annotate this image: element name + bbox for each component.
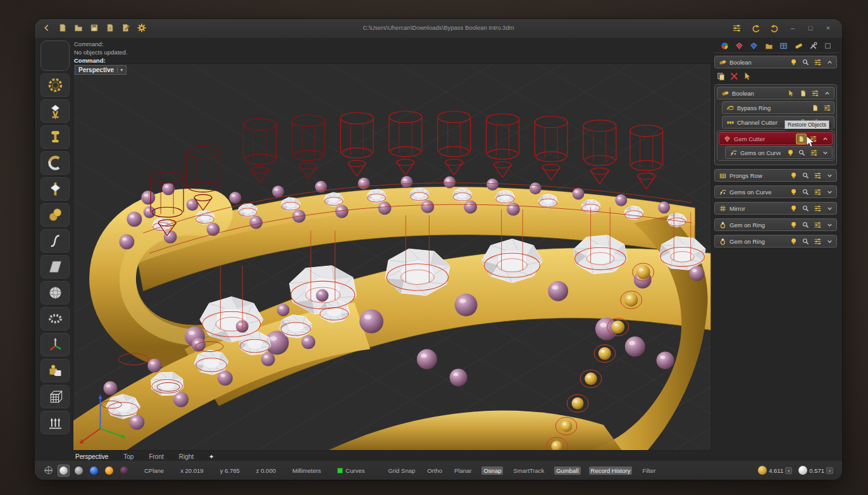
panel-tab-gem-red-icon[interactable] bbox=[734, 41, 744, 51]
chevron-down-icon[interactable] bbox=[825, 204, 834, 213]
toggle-grid-snap[interactable]: Grid Snap bbox=[386, 467, 417, 475]
panel-tab-shank-icon[interactable] bbox=[793, 41, 803, 51]
tool-boolean-puzzle-button[interactable] bbox=[40, 359, 70, 382]
layer-chip[interactable]: Curves bbox=[337, 467, 364, 474]
panel-tab-display-sphere-icon[interactable] bbox=[719, 41, 729, 51]
empty-toolbar-slot[interactable] bbox=[40, 41, 70, 71]
tree-row-gems-on-curve[interactable]: Gems on Curve bbox=[725, 146, 833, 159]
tree-row-gem-on-ring[interactable]: Gem on Ring bbox=[714, 218, 837, 231]
gear-icon[interactable] bbox=[136, 22, 147, 34]
toggle-gumball[interactable]: Gumball bbox=[554, 467, 580, 475]
tool-signet-ring-button[interactable] bbox=[40, 125, 70, 149]
chevron-down-icon[interactable] bbox=[821, 148, 830, 158]
file-icon[interactable] bbox=[798, 89, 808, 98]
bulb-icon[interactable] bbox=[789, 220, 798, 230]
tool-sphere-button[interactable] bbox=[40, 281, 70, 304]
tree-row-boolean[interactable]: Boolean bbox=[714, 56, 837, 68]
minimize-button[interactable]: – bbox=[788, 24, 798, 32]
add-view-tab[interactable]: ✦ bbox=[209, 453, 214, 460]
crosshair-ball-icon[interactable] bbox=[42, 465, 54, 477]
chevron-up-icon[interactable] bbox=[822, 89, 832, 98]
view-tab-top[interactable]: Top bbox=[123, 453, 133, 460]
toggle-osnap[interactable]: Osnap bbox=[481, 467, 503, 475]
tree-row-mirror[interactable]: Mirror bbox=[714, 202, 837, 215]
view-tab-perspective[interactable]: Perspective bbox=[75, 453, 108, 460]
command-history[interactable]: Command: No objects updated. Command: bbox=[74, 40, 128, 65]
gray-ball-icon[interactable] bbox=[73, 465, 85, 477]
sliders-icon[interactable] bbox=[813, 204, 822, 213]
panel-tab-folder-icon[interactable] bbox=[764, 41, 774, 51]
close-button[interactable]: × bbox=[823, 24, 833, 32]
back-chevron-icon[interactable] bbox=[41, 22, 53, 34]
undo-icon[interactable] bbox=[750, 22, 761, 34]
sliders-icon[interactable] bbox=[810, 89, 820, 98]
tool-extrude-arrows-button[interactable] bbox=[40, 411, 70, 434]
tree-row-prongs-row[interactable]: Prongs Row bbox=[714, 169, 837, 182]
sliders-icon[interactable] bbox=[822, 103, 832, 113]
file-icon[interactable] bbox=[797, 134, 806, 144]
tool-lattice-cube-button[interactable] bbox=[40, 385, 70, 408]
open-folder-icon[interactable] bbox=[73, 22, 84, 34]
pick-icon[interactable] bbox=[786, 89, 796, 98]
toggle-smarttrack[interactable]: SmartTrack bbox=[511, 467, 546, 475]
sliders-icon[interactable] bbox=[813, 58, 822, 67]
bulb-icon[interactable] bbox=[789, 171, 798, 180]
chevron-up-icon[interactable] bbox=[821, 134, 830, 144]
search-icon[interactable] bbox=[801, 237, 810, 246]
viewport-3d-scene[interactable] bbox=[73, 64, 711, 450]
search-icon[interactable] bbox=[801, 171, 810, 180]
sliders-icon[interactable] bbox=[813, 220, 822, 230]
panel-tab-tools-icon[interactable] bbox=[809, 41, 819, 51]
panel-tab-grid-panel-icon[interactable] bbox=[779, 41, 789, 51]
tree-row-bypass-ring[interactable]: Bypass Ring bbox=[722, 101, 834, 114]
sliders-icon[interactable] bbox=[813, 171, 822, 180]
toggle-ortho[interactable]: Ortho bbox=[425, 467, 444, 475]
viewport-title-tab[interactable]: Perspective ▾ bbox=[75, 65, 127, 75]
document-edit-icon[interactable] bbox=[120, 22, 132, 34]
weight-gold-ring[interactable]: 4.611▾ bbox=[758, 466, 792, 475]
sliders-icon[interactable] bbox=[813, 237, 822, 246]
search-icon[interactable] bbox=[801, 58, 810, 67]
weight-dropdown-icon[interactable]: ▾ bbox=[785, 467, 792, 474]
chevron-down-icon[interactable] bbox=[825, 171, 834, 180]
sliders-icon[interactable] bbox=[809, 148, 818, 158]
tool-gem-band-button[interactable] bbox=[40, 177, 70, 201]
save-floppy-icon[interactable] bbox=[89, 22, 100, 34]
cplane-button[interactable]: CPlane bbox=[144, 467, 164, 474]
blue-ball-icon[interactable] bbox=[88, 465, 100, 477]
tool-bypass-circles-button[interactable] bbox=[40, 203, 70, 227]
viewport-dropdown-icon[interactable]: ▾ bbox=[117, 67, 123, 73]
orange-ball-icon[interactable] bbox=[103, 465, 115, 477]
redo-icon[interactable] bbox=[769, 22, 780, 34]
toggle-filter[interactable]: Filter bbox=[640, 467, 657, 475]
white-ball-icon[interactable] bbox=[58, 465, 70, 477]
chevron-up-icon[interactable] bbox=[825, 58, 834, 67]
units-label[interactable]: Millimeters bbox=[292, 467, 321, 474]
search-icon[interactable] bbox=[801, 220, 810, 230]
weight-dropdown-icon[interactable]: ▾ bbox=[826, 467, 833, 474]
search-icon[interactable] bbox=[798, 148, 807, 158]
tree-row-gems-on-curve[interactable]: Gems on Curve bbox=[714, 185, 837, 198]
bulb-icon[interactable] bbox=[789, 237, 798, 246]
pick-icon[interactable] bbox=[742, 71, 752, 81]
document-icon[interactable] bbox=[104, 22, 116, 34]
panel-tab-more-icon[interactable] bbox=[823, 41, 833, 51]
tool-solitaire-ring-button[interactable] bbox=[40, 99, 70, 123]
tool-curve-button[interactable] bbox=[40, 229, 70, 253]
chevron-down-icon[interactable] bbox=[825, 220, 834, 230]
viewport[interactable]: Perspective ▾ bbox=[73, 63, 712, 451]
panel-sliders-icon[interactable] bbox=[731, 22, 742, 34]
delete-icon[interactable] bbox=[729, 71, 739, 81]
new-document-icon[interactable] bbox=[57, 22, 68, 34]
chevron-down-icon[interactable] bbox=[825, 187, 834, 197]
toggle-record-history[interactable]: Record History bbox=[589, 467, 633, 475]
maximize-button[interactable]: □ bbox=[805, 24, 815, 32]
toggle-planar[interactable]: Planar bbox=[452, 467, 473, 475]
copy-icon[interactable] bbox=[716, 71, 726, 81]
tool-move-axes-button[interactable] bbox=[40, 333, 70, 356]
tool-prong-ring-button[interactable] bbox=[40, 307, 70, 330]
view-tab-front[interactable]: Front bbox=[149, 453, 163, 460]
chevron-down-icon[interactable] bbox=[825, 237, 834, 246]
search-icon[interactable] bbox=[801, 204, 810, 213]
bulb-icon[interactable] bbox=[789, 187, 798, 197]
